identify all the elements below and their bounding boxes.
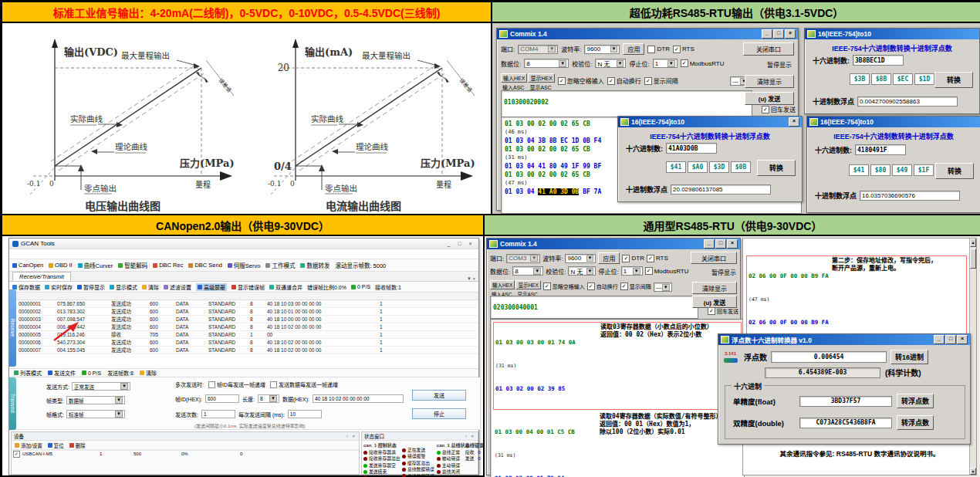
frame-format-select[interactable]: 标准帧▼ [66, 410, 125, 418]
double-precision-input[interactable]: C073A28C5436B8FA [799, 418, 892, 428]
panel-controls[interactable]: ▫ × [465, 434, 475, 438]
single-to-float-button[interactable]: 转浮点数 [897, 394, 934, 408]
hex-input[interactable]: 3B8BEC1D [853, 55, 904, 66]
column-header[interactable] [176, 293, 208, 299]
toolbar-button[interactable]: 错误帧比例0.0% [307, 283, 346, 291]
column-header[interactable] [208, 293, 250, 299]
maximize-button[interactable]: □ [773, 29, 784, 39]
enter-send-checkbox[interactable]: ✓回车发送 [762, 105, 796, 113]
input-hex-toggle[interactable]: 输入HEX [501, 73, 527, 83]
baud-select[interactable]: 9600▼ [584, 45, 620, 54]
length-select[interactable]: 8▼ [258, 394, 279, 403]
decimal-output[interactable]: 20.029806137085 [671, 184, 771, 195]
table-row[interactable]: 00000002 013.783.302 发送成功 600 DATA STAND… [9, 308, 478, 316]
maximize-button[interactable]: □ [455, 240, 465, 248]
toolbar-button[interactable]: 保存数据 [12, 283, 40, 291]
toolbar-button[interactable]: 数据转发 [300, 261, 329, 269]
dtr-checkbox[interactable]: ✓DTR [622, 255, 644, 262]
send-button[interactable]: (u) 发送 [692, 296, 737, 308]
send-times-input[interactable]: 1 [201, 410, 235, 418]
panel-controls[interactable]: ▫ × [346, 434, 357, 438]
toolbar-button[interactable]: 曲线Curver [78, 261, 113, 269]
data-hex-input[interactable]: 40 18 10 02 00 00 00 00 [313, 394, 404, 403]
minimize-button[interactable]: _ [704, 239, 715, 249]
hex-input[interactable]: 4180491F [855, 144, 906, 155]
toolbar-button[interactable]: 智能解码 [118, 261, 147, 269]
minimize-button[interactable]: _ [444, 240, 454, 248]
toolbar-button[interactable]: DBC Send [188, 262, 221, 269]
display-mode-select[interactable]: ---▼ [654, 282, 672, 292]
tab-receive-transmit[interactable]: Receive/Transmit [12, 272, 71, 281]
toolbar-button[interactable]: 伺服Servo [228, 261, 261, 269]
show-hex-toggle[interactable]: 显示HEX [528, 73, 554, 83]
receive-terminal[interactable]: 01 03 00 03 00 01 74 0A (31 ms) 01 03 02… [490, 319, 745, 477]
port-select[interactable]: COM4▼ [518, 45, 558, 54]
send-interval-input[interactable]: 10 [288, 410, 322, 418]
toolbar-button[interactable]: 实时保存 [45, 283, 73, 291]
toolbar-button[interactable]: 0 P/S [351, 284, 370, 289]
minimize-button[interactable]: _ [934, 335, 945, 344]
column-header[interactable] [57, 293, 111, 299]
hex-input[interactable]: 41A03D0B [666, 143, 717, 154]
toolbar-button[interactable]: 滚动显示帧数: 5000 [335, 261, 386, 269]
send-button[interactable]: (u) 发送 [745, 92, 794, 105]
parity-select[interactable]: N 无▼ [568, 266, 596, 276]
column-header[interactable] [111, 293, 150, 299]
table-row[interactable]: 00000007 004.155.045 发送成功 600 DATA STAND… [9, 347, 478, 354]
converter-titlebar[interactable]: 16(IEEE-754)to10 [807, 117, 980, 127]
close-button[interactable]: × [789, 117, 799, 127]
apply-button[interactable]: 应用 [598, 252, 620, 264]
scroll-down-icon[interactable]: ▼ [970, 468, 976, 475]
maximize-button[interactable]: □ [715, 239, 726, 249]
toolbar-button[interactable]: 清除 [142, 283, 159, 291]
send-input[interactable]: 020300040001 [490, 296, 698, 319]
column-header[interactable] [267, 293, 380, 299]
toolbar-button[interactable]: 添加/设置 [15, 441, 42, 449]
tab-strip-controls[interactable]: ▼ × [467, 276, 475, 281]
auto-wrap-checkbox[interactable]: ✓自动换行 [587, 282, 618, 290]
device-checkbox[interactable]: ✓ [13, 451, 20, 458]
apply-button[interactable]: 应用 [623, 43, 644, 55]
show-gap-checkbox[interactable]: ✓显示间隔 [620, 282, 651, 290]
commix-titlebar[interactable]: Commix 1.4 _ □ × [497, 29, 798, 39]
stopbits-select[interactable]: 1▼ [621, 266, 643, 276]
column-header[interactable] [380, 293, 411, 299]
modbus-checkbox[interactable]: ✓ModbusRTU [645, 267, 689, 275]
close-button[interactable]: × [727, 239, 738, 249]
column-header[interactable] [250, 293, 267, 299]
auto-wrap-checkbox[interactable]: ✓自动换行 [607, 76, 641, 85]
toolbar-button[interactable]: OBD II [49, 262, 73, 269]
single-precision-input[interactable]: 3BD37F57 [799, 396, 892, 407]
inc-id-checkbox[interactable]: 帧ID每发送一帧递增 [208, 381, 265, 388]
clear-display-button[interactable]: 清除显示 [745, 75, 794, 88]
port-select[interactable]: COM3▼ [506, 254, 540, 263]
stopbits-select[interactable]: 1▼ [653, 59, 678, 68]
show-hex-toggle[interactable]: 显示HEX [515, 280, 540, 289]
clear-display-button[interactable]: 清除显示 [692, 282, 737, 294]
scroll-up-icon[interactable]: ▲ [970, 238, 976, 247]
toolbar-button[interactable]: 滤波设置 [164, 283, 191, 291]
commix-titlebar[interactable]: Commix 1.4 _ □ × [487, 238, 740, 249]
send-mode-select[interactable]: 正常发送▼ [72, 382, 130, 391]
convert-button[interactable]: 转换 [934, 72, 973, 88]
float-input[interactable]: 0.006454 [771, 351, 887, 363]
decimal-output[interactable]: 0.0042700902558863 [857, 96, 958, 107]
enter-send-checkbox[interactable]: ✓回车发送 [708, 307, 738, 315]
transmit-side-tab[interactable]: Transmit [9, 377, 16, 430]
converter-titlebar[interactable]: 浮点数十六进制转换器 v1.0 _ □ × [718, 334, 970, 345]
toolbar-button[interactable]: 0 P/S [82, 370, 101, 376]
ignore-space-checkbox[interactable]: ✓忽略空格输入 [558, 76, 604, 85]
close-button[interactable]: × [785, 29, 796, 39]
toolbar-button[interactable]: CanOpen [12, 262, 43, 269]
toolbar-button[interactable]: 工作模式 [265, 261, 295, 269]
toolbar-button[interactable]: 接收帧数:1 [375, 283, 401, 291]
inc-data-checkbox[interactable]: 发送数据每发送一帧递增 [270, 381, 338, 388]
maximize-button[interactable]: □ [945, 335, 956, 344]
close-button[interactable]: × [957, 335, 968, 344]
converter-titlebar[interactable]: 16(IEEE-754)to10 × [618, 117, 802, 127]
toolbar-button[interactable]: 暂停显示 [77, 283, 105, 291]
close-port-button[interactable]: 关闭串口 [743, 42, 794, 56]
parity-select[interactable]: N 无▼ [595, 59, 626, 68]
close-port-button[interactable]: 关闭串口 [691, 252, 737, 264]
pause-display-button[interactable]: 暂停显示 [767, 60, 792, 69]
